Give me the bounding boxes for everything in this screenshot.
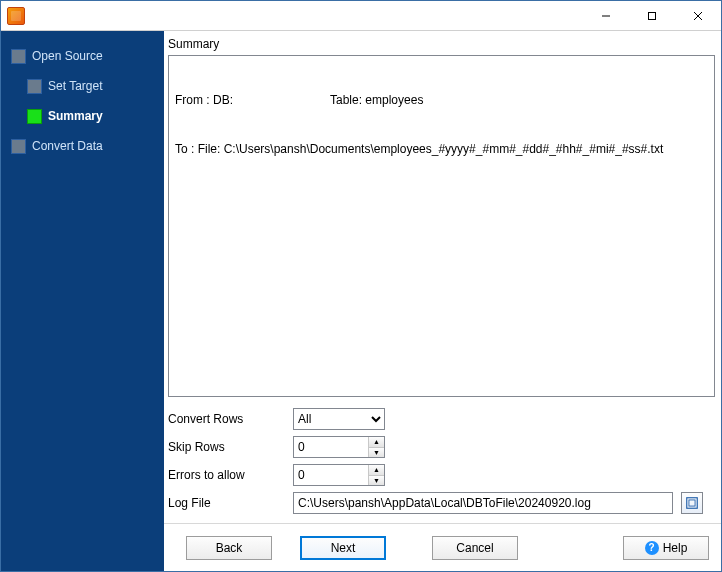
sidebar-item-label: Set Target (48, 79, 102, 93)
browse-log-button[interactable] (681, 492, 703, 514)
sidebar-item-label: Convert Data (32, 139, 103, 153)
row-errors-allow: Errors to allow ▲ ▼ (168, 461, 715, 489)
spinner-buttons: ▲ ▼ (368, 437, 384, 457)
back-button[interactable]: Back (186, 536, 272, 560)
svg-rect-1 (649, 12, 656, 19)
summary-from-table: Table: employees (330, 92, 423, 108)
help-icon: ? (645, 541, 659, 555)
spinner-buttons: ▲ ▼ (368, 465, 384, 485)
sidebar-item-set-target[interactable]: Set Target (1, 71, 164, 101)
back-button-label: Back (216, 541, 243, 555)
cancel-button[interactable]: Cancel (432, 536, 518, 560)
label-skip-rows: Skip Rows (168, 440, 293, 454)
row-convert-rows: Convert Rows All (168, 405, 715, 433)
step-box-icon (11, 49, 26, 64)
next-button-label: Next (331, 541, 356, 555)
summary-to-line: To : File: C:\Users\pansh\Documents\empl… (175, 141, 708, 157)
spinner-skip-rows: ▲ ▼ (293, 436, 385, 458)
sidebar-item-convert-data[interactable]: Convert Data (1, 131, 164, 161)
step-box-icon (27, 79, 42, 94)
input-log-file[interactable] (293, 492, 673, 514)
app-window: Open Source Set Target Summary Convert D… (0, 0, 722, 572)
sidebar-item-summary[interactable]: Summary (1, 101, 164, 131)
spin-down-button[interactable]: ▼ (369, 476, 384, 486)
row-log-file: Log File (168, 489, 715, 517)
window-controls (583, 1, 721, 30)
wizard-sidebar: Open Source Set Target Summary Convert D… (1, 31, 164, 571)
label-errors-allow: Errors to allow (168, 468, 293, 482)
label-log-file: Log File (168, 496, 293, 510)
options-form: Convert Rows All Skip Rows ▲ ▼ (164, 397, 721, 523)
main-panel: Summary From : DB: Table: employees To :… (164, 31, 721, 571)
svg-rect-4 (687, 498, 698, 509)
minimize-icon (601, 11, 611, 21)
browse-icon (685, 496, 699, 510)
summary-from-line: From : DB: Table: employees (175, 92, 708, 108)
help-button-label: Help (663, 541, 688, 555)
select-convert-rows[interactable]: All (293, 408, 385, 430)
sidebar-item-label: Open Source (32, 49, 103, 63)
maximize-icon (647, 11, 657, 21)
body: Open Source Set Target Summary Convert D… (1, 31, 721, 571)
label-convert-rows: Convert Rows (168, 412, 293, 426)
summary-from-db: From : DB: (175, 92, 330, 108)
spin-up-button[interactable]: ▲ (369, 437, 384, 448)
next-button[interactable]: Next (300, 536, 386, 560)
titlebar (1, 1, 721, 31)
spinner-errors-allow: ▲ ▼ (293, 464, 385, 486)
row-skip-rows: Skip Rows ▲ ▼ (168, 433, 715, 461)
cancel-button-label: Cancel (456, 541, 493, 555)
input-skip-rows[interactable] (294, 437, 368, 457)
maximize-button[interactable] (629, 1, 675, 30)
sidebar-item-label: Summary (48, 109, 103, 123)
close-icon (693, 11, 703, 21)
summary-text: From : DB: Table: employees To : File: C… (168, 55, 715, 397)
step-box-icon (27, 109, 42, 124)
svg-rect-5 (689, 500, 695, 506)
input-errors-allow[interactable] (294, 465, 368, 485)
minimize-button[interactable] (583, 1, 629, 30)
wizard-footer: Back Next Cancel ? Help (164, 523, 721, 571)
spin-down-button[interactable]: ▼ (369, 448, 384, 458)
summary-heading: Summary (164, 31, 721, 55)
spin-up-button[interactable]: ▲ (369, 465, 384, 476)
sidebar-item-open-source[interactable]: Open Source (1, 41, 164, 71)
help-button[interactable]: ? Help (623, 536, 709, 560)
step-box-icon (11, 139, 26, 154)
close-button[interactable] (675, 1, 721, 30)
app-icon (7, 7, 25, 25)
